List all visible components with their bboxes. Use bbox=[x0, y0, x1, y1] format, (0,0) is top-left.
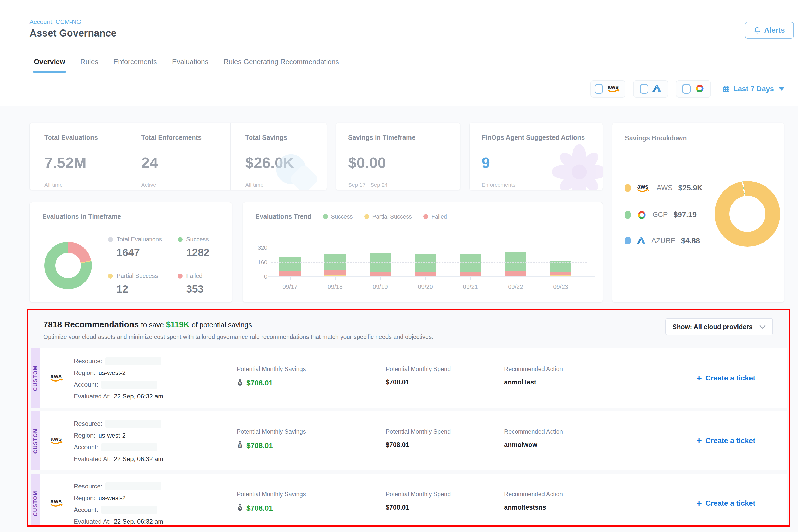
savings-legend-gcp: GCP$97.19 bbox=[625, 210, 703, 219]
y-axis-tick: 0 bbox=[264, 273, 267, 280]
card-title: Evaluations in Timeframe bbox=[42, 213, 232, 220]
custom-badge: CUSTOM bbox=[31, 411, 40, 471]
x-axis-label: 09/23 bbox=[550, 283, 571, 290]
bell-icon bbox=[754, 26, 761, 34]
date-range-picker[interactable]: Last 7 Days bbox=[722, 85, 784, 93]
create-ticket-button[interactable]: + Create a ticket bbox=[696, 436, 755, 445]
legend-value: 1647 bbox=[117, 247, 162, 259]
azure-checkbox[interactable] bbox=[640, 84, 648, 94]
trend-legend-item: Success bbox=[323, 213, 353, 220]
evaluations-donut bbox=[44, 242, 92, 289]
x-axis-label: 09/22 bbox=[505, 283, 526, 290]
alerts-button[interactable]: Alerts bbox=[745, 22, 794, 39]
stat-value: $0.00 bbox=[348, 154, 460, 171]
redacted-account-value bbox=[101, 506, 157, 514]
legend-dot bbox=[177, 273, 183, 279]
x-axis-label: 09/20 bbox=[415, 283, 436, 290]
bar-segment-failed bbox=[324, 270, 346, 275]
region-value: us-west-2 bbox=[99, 432, 126, 439]
savings-breakdown-legend: aws AWS$25.9K GCP$97.19 AZURE$4.88 bbox=[625, 183, 703, 245]
provider-filter-azure[interactable] bbox=[633, 80, 668, 97]
resource-details: Resource: Region:us-west-2 Account: Eval… bbox=[74, 348, 237, 408]
tab-evaluations[interactable]: Evaluations bbox=[172, 52, 209, 72]
bar-segment-failed bbox=[505, 271, 526, 276]
chevron-down-icon bbox=[779, 87, 784, 91]
trend-bar-09-20 bbox=[415, 240, 436, 276]
legend-swatch bbox=[625, 237, 631, 244]
tab-rules[interactable]: Rules bbox=[80, 52, 98, 72]
plus-icon: + bbox=[696, 436, 702, 445]
x-axis-label: 09/18 bbox=[324, 283, 346, 290]
legend-value: 12 bbox=[117, 283, 162, 295]
recommended-action: Recommended Action anmolTest bbox=[504, 348, 696, 408]
stat-caption: Active bbox=[141, 182, 230, 188]
legend-label: Partial Success bbox=[373, 213, 412, 220]
trend-bar-09-19 bbox=[369, 240, 391, 276]
provider-filter-aws[interactable]: aws bbox=[590, 80, 625, 97]
aws-checkbox[interactable] bbox=[594, 84, 603, 94]
savings-in-timeframe-card: Savings in Timeframe $0.00 Sep 17 - Sep … bbox=[336, 122, 460, 190]
potential-monthly-savings: Potential Monthly Savings $ $708.01 bbox=[237, 411, 386, 471]
trend-legend-item: Failed bbox=[423, 213, 447, 220]
stats-card: Total Evaluations 7.52M All-time Total E… bbox=[30, 122, 327, 190]
resource-details: Resource: Region:us-west-2 Account: Eval… bbox=[74, 411, 237, 471]
bar-segment-failed bbox=[279, 271, 301, 276]
legend-swatch bbox=[625, 211, 631, 218]
gcp-logo-slot bbox=[694, 84, 705, 94]
provider-name: AZURE bbox=[651, 237, 676, 245]
evaluations-legend-item: Success 1282 bbox=[177, 236, 232, 259]
svg-text:aws: aws bbox=[638, 183, 649, 190]
provider-savings-value: $4.88 bbox=[681, 236, 700, 245]
region-value: us-west-2 bbox=[99, 494, 126, 502]
stat-caption: Sep 17 - Sep 24 bbox=[348, 182, 460, 188]
savings-breakdown-card: Savings Breakdown aws AWS$25.9K GCP$97.1… bbox=[612, 122, 784, 303]
azure-logo-icon bbox=[636, 236, 646, 245]
action-value: anmoltestsns bbox=[504, 504, 696, 511]
tabs-row: OverviewRulesEnforcementsEvaluationsRule… bbox=[0, 52, 798, 73]
alerts-label: Alerts bbox=[764, 26, 785, 34]
savings-value: $708.01 bbox=[246, 504, 273, 512]
gcp-checkbox[interactable] bbox=[682, 84, 690, 94]
trend-bar-09-17 bbox=[279, 240, 301, 276]
legend-value: 353 bbox=[186, 283, 232, 295]
card-title: Savings in Timeframe bbox=[348, 134, 460, 141]
bar-segment-failed bbox=[550, 272, 571, 275]
stat-caption: All-time bbox=[44, 182, 126, 188]
calendar-icon bbox=[722, 85, 730, 93]
svg-text:$: $ bbox=[239, 381, 241, 385]
potential-monthly-spend: Potential Monthly Spend $708.01 bbox=[386, 411, 504, 471]
y-axis-tick: 320 bbox=[258, 244, 267, 251]
savings-value: $708.01 bbox=[246, 379, 273, 387]
trend-legend-item: Partial Success bbox=[364, 213, 412, 220]
action-value: anmolTest bbox=[504, 378, 696, 386]
gridline bbox=[271, 262, 587, 263]
tab-enforcements[interactable]: Enforcements bbox=[113, 52, 157, 72]
provider-filter-gcp[interactable] bbox=[676, 80, 711, 97]
custom-badge: CUSTOM bbox=[31, 474, 40, 527]
recommended-action: Recommended Action anmoltestsns bbox=[504, 474, 696, 527]
aws-logo-icon: aws bbox=[50, 498, 64, 508]
evaluations-legend-item: Failed 353 bbox=[177, 272, 232, 295]
provider-savings-value: $97.19 bbox=[673, 210, 697, 219]
card-title: Savings Breakdown bbox=[625, 134, 784, 142]
provider-logo-cell: aws bbox=[40, 474, 74, 527]
bar-segment-failed bbox=[369, 272, 391, 276]
legend-value: 1282 bbox=[186, 247, 232, 259]
money-bag-icon: $ bbox=[237, 504, 243, 511]
x-axis-label: 09/19 bbox=[369, 283, 391, 290]
legend-label: Failed bbox=[186, 272, 203, 280]
create-ticket-button[interactable]: + Create a ticket bbox=[696, 374, 755, 383]
legend-dot bbox=[108, 273, 113, 279]
tab-overview[interactable]: Overview bbox=[34, 52, 65, 72]
recommendation-row: CUSTOM aws Resource: Region:us-west-2 Ac… bbox=[31, 348, 787, 408]
chevron-down-icon bbox=[759, 325, 766, 329]
plus-icon: + bbox=[696, 374, 702, 383]
tab-rules-generating-recommendations[interactable]: Rules Generating Recommendations bbox=[224, 52, 339, 72]
bar-segment-success bbox=[324, 254, 346, 270]
evaluations-legend-item: Total Evaluations 1647 bbox=[108, 236, 162, 259]
create-ticket-button[interactable]: + Create a ticket bbox=[696, 499, 755, 508]
account-breadcrumb-link[interactable]: Account: CCM-NG bbox=[30, 18, 81, 25]
savings-breakdown-donut bbox=[715, 181, 780, 247]
potential-monthly-spend: Potential Monthly Spend $708.01 bbox=[386, 348, 504, 408]
cloud-provider-filter-dropdown[interactable]: Show: All cloud providers bbox=[665, 318, 773, 335]
